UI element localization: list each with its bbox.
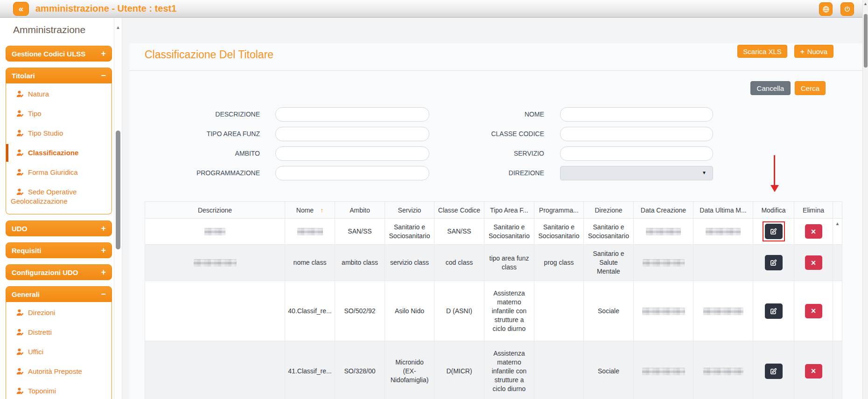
cancel-button[interactable]: Cancella: [750, 81, 791, 95]
sidebar-scrollbar[interactable]: ▲: [114, 18, 122, 399]
cell-value: nome class: [294, 259, 327, 266]
delete-button[interactable]: ×: [805, 224, 822, 239]
sidebar-item-label: Distretti: [28, 328, 52, 336]
modifica-box: [763, 301, 785, 321]
cell-descrizione: [145, 281, 285, 341]
table-row: 41.Classif_re...SO/328/00Micronido (EX- …: [145, 341, 842, 399]
filter-input-tipo-area-funz[interactable]: [275, 127, 429, 141]
sidebar-section-toggle-gestione-codici-ulss[interactable]: Gestione Codici ULSS+: [6, 46, 112, 62]
cell-value: SAN/SS: [348, 227, 371, 235]
column-header-tipo-area-f[interactable]: Tipo Area F...: [484, 202, 534, 219]
cell-servizio: Sanitario e Sociosanitario: [385, 219, 434, 245]
sidebar-item-direzioni[interactable]: Direzioni: [7, 303, 109, 323]
sidebar-item-sede-operative-geolocalizzazione[interactable]: Sede Operative Geolocalizzazione: [7, 182, 109, 211]
cell-value: D (ASNI): [446, 307, 472, 315]
sidebar-section-toggle-titolari[interactable]: Titolari−: [6, 68, 112, 83]
column-header-data-creazione[interactable]: Data Creazione: [634, 202, 693, 219]
filter-input-descrizione[interactable]: [275, 107, 429, 122]
table-scrollbar-track[interactable]: ▲: [833, 219, 842, 245]
download-xls-button[interactable]: Scarica XLS: [737, 45, 787, 58]
language-globe-button[interactable]: [819, 2, 833, 16]
cell-value: Assistenza materno infantile con struttu…: [492, 289, 527, 332]
column-header-modifica[interactable]: Modifica: [753, 202, 794, 219]
column-header-classe-codice[interactable]: Classe Codice: [434, 202, 484, 219]
app-window: « amministrazione - Utente : test1 Ammin…: [0, 0, 868, 399]
sidebar-item-uffici[interactable]: Uffici: [7, 342, 109, 362]
sidebar-section-label: Requisiti: [12, 247, 41, 255]
column-header-elimina[interactable]: Elimina: [794, 202, 833, 219]
results-table: DescrizioneNome↑AmbitoServizioClasse Cod…: [145, 201, 842, 399]
cell-tipo_area: Assistenza materno infantile con struttu…: [484, 341, 534, 399]
sidebar-item-distretti[interactable]: Distretti: [7, 323, 109, 342]
cell-value: SO/328/00: [344, 367, 376, 375]
scroll-up-icon[interactable]: ▲: [114, 25, 122, 30]
filter-select-direzione[interactable]: ▼: [560, 166, 713, 180]
sidebar-item-label: Classificazione: [28, 149, 78, 157]
page-scrollbar[interactable]: ▲: [862, 0, 868, 399]
search-button[interactable]: Cerca: [795, 81, 826, 95]
sidebar-item-tipo-studio[interactable]: Tipo Studio: [7, 124, 109, 143]
cell-descrizione: [145, 219, 285, 245]
column-header-direzione[interactable]: Direzione: [584, 202, 634, 219]
sidebar-collapse-button[interactable]: «: [13, 2, 29, 16]
table-scrollbar-track[interactable]: [833, 281, 842, 341]
redacted-value: [703, 368, 743, 375]
column-header-data-ultima-m[interactable]: Data Ultima M...: [693, 202, 753, 219]
page-scrollbar-thumb[interactable]: [864, 14, 868, 68]
cell-data_ultima: [693, 245, 753, 281]
sidebar-item-toponimi[interactable]: Toponimi: [7, 381, 109, 399]
cell-direzione: Sociale: [584, 341, 634, 399]
sidebar-section-label: Configurazioni UDO: [12, 268, 78, 276]
redacted-value: [646, 228, 681, 235]
column-header-label: Programma...: [539, 206, 579, 214]
cell-programmazione: [534, 281, 584, 341]
filter-input-servizio[interactable]: [560, 146, 713, 161]
user-edit-icon: [16, 387, 24, 394]
redacted-value: [643, 259, 685, 267]
edit-button[interactable]: [765, 303, 783, 319]
edit-button[interactable]: [765, 364, 783, 379]
table-scrollbar-track[interactable]: [833, 245, 842, 281]
delete-button[interactable]: ×: [805, 304, 822, 318]
filter-row-descrizione: DESCRIZIONE: [145, 107, 429, 122]
column-header-nome[interactable]: Nome↑: [285, 202, 335, 219]
redacted-value: [204, 228, 225, 235]
filter-input-programmazione[interactable]: [275, 166, 429, 180]
delete-button[interactable]: ×: [805, 364, 822, 378]
sidebar-scrollbar-thumb[interactable]: [116, 131, 120, 249]
scroll-up-icon[interactable]: ▲: [863, 1, 868, 6]
sidebar-item-label: Uffici: [28, 348, 43, 356]
table-scrollbar-track[interactable]: [833, 341, 842, 399]
column-header-descrizione[interactable]: Descrizione: [145, 202, 285, 219]
cell-ambito: SO/328/00: [335, 341, 385, 399]
logout-power-button[interactable]: [840, 2, 854, 16]
cell-elimina: ×: [794, 341, 833, 399]
expand-icon: +: [101, 246, 106, 255]
sidebar-item-forma-giuridica[interactable]: Forma Giuridica: [7, 163, 109, 182]
sidebar-section-toggle-udo[interactable]: UDO+: [6, 220, 112, 236]
column-header-servizio[interactable]: Servizio: [385, 202, 434, 219]
sidebar-section-label: Titolari: [12, 72, 35, 80]
sidebar-item-tipo[interactable]: Tipo: [7, 104, 109, 124]
sidebar-section-toggle-requisiti[interactable]: Requisiti+: [6, 242, 112, 258]
cell-classe_codice: D (ASNI): [434, 281, 484, 341]
filter-input-nome[interactable]: [560, 107, 713, 122]
sidebar-item-autorit-preposte[interactable]: Autorità Preposte: [7, 362, 109, 381]
filter-input-ambito[interactable]: [275, 146, 429, 161]
edit-button[interactable]: [765, 224, 783, 239]
filter-input-classe-codice[interactable]: [560, 127, 713, 141]
cell-data_creazione: [634, 219, 693, 245]
sidebar-item-natura[interactable]: Natura: [7, 84, 109, 104]
scroll-up-icon[interactable]: ▲: [833, 221, 842, 226]
cell-value: cod class: [446, 259, 473, 266]
window-title: amministrazione - Utente : test1: [35, 3, 176, 14]
column-header-ambito[interactable]: Ambito: [335, 202, 385, 219]
cell-value: Sanitario e Sociosanitario: [539, 223, 580, 240]
column-header-programma[interactable]: Programma...: [534, 202, 584, 219]
sidebar-section-toggle-configurazioni-udo[interactable]: Configurazioni UDO+: [6, 264, 112, 280]
sidebar-section-toggle-generali[interactable]: Generali−: [6, 286, 112, 302]
new-button[interactable]: +Nuova: [794, 45, 833, 58]
edit-button[interactable]: [765, 255, 783, 270]
sidebar-item-classificazione[interactable]: Classificazione: [7, 143, 109, 163]
delete-button[interactable]: ×: [805, 255, 822, 270]
